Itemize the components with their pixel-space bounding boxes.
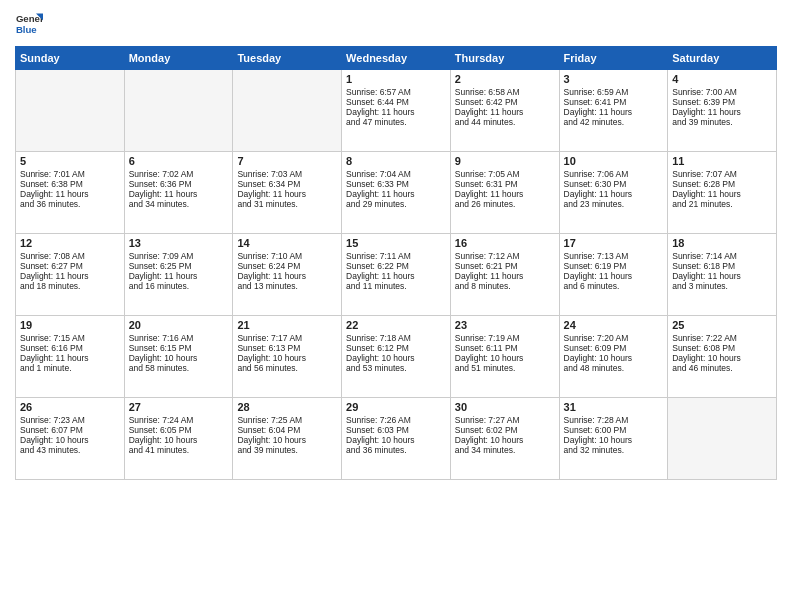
- day-info-line: Sunset: 6:21 PM: [455, 261, 555, 271]
- day-info-line: Daylight: 11 hours: [564, 271, 664, 281]
- day-number: 21: [237, 319, 337, 331]
- day-number: 12: [20, 237, 120, 249]
- day-info-line: Daylight: 10 hours: [237, 435, 337, 445]
- day-info-line: Sunset: 6:44 PM: [346, 97, 446, 107]
- day-info-line: Daylight: 11 hours: [129, 271, 229, 281]
- day-info-line: Sunset: 6:42 PM: [455, 97, 555, 107]
- day-info-line: Sunrise: 7:24 AM: [129, 415, 229, 425]
- day-info-line: Sunrise: 7:23 AM: [20, 415, 120, 425]
- day-info-line: and 26 minutes.: [455, 199, 555, 209]
- logo: General Blue: [15, 10, 43, 38]
- calendar-day-cell: 12Sunrise: 7:08 AMSunset: 6:27 PMDayligh…: [16, 234, 125, 316]
- calendar-day-cell: 22Sunrise: 7:18 AMSunset: 6:12 PMDayligh…: [342, 316, 451, 398]
- day-info-line: Daylight: 10 hours: [237, 353, 337, 363]
- day-info-line: Sunset: 6:11 PM: [455, 343, 555, 353]
- day-info-line: and 3 minutes.: [672, 281, 772, 291]
- day-info-line: Sunrise: 7:06 AM: [564, 169, 664, 179]
- day-info-line: Sunset: 6:36 PM: [129, 179, 229, 189]
- day-info-line: and 34 minutes.: [129, 199, 229, 209]
- day-info-line: and 41 minutes.: [129, 445, 229, 455]
- day-info-line: Sunrise: 6:58 AM: [455, 87, 555, 97]
- day-info-line: Sunrise: 7:27 AM: [455, 415, 555, 425]
- calendar-day-cell: [16, 70, 125, 152]
- day-info-line: Daylight: 11 hours: [564, 107, 664, 117]
- day-info-line: and 36 minutes.: [20, 199, 120, 209]
- day-info-line: Sunset: 6:03 PM: [346, 425, 446, 435]
- day-info-line: Daylight: 10 hours: [346, 353, 446, 363]
- day-info-line: and 39 minutes.: [672, 117, 772, 127]
- calendar-table: SundayMondayTuesdayWednesdayThursdayFrid…: [15, 46, 777, 480]
- day-info-line: and 51 minutes.: [455, 363, 555, 373]
- day-info-line: and 58 minutes.: [129, 363, 229, 373]
- day-info-line: Sunrise: 7:02 AM: [129, 169, 229, 179]
- calendar-header-cell: Thursday: [450, 47, 559, 70]
- day-info-line: Sunset: 6:16 PM: [20, 343, 120, 353]
- calendar-day-cell: 23Sunrise: 7:19 AMSunset: 6:11 PMDayligh…: [450, 316, 559, 398]
- day-number: 15: [346, 237, 446, 249]
- calendar-week-row: 5Sunrise: 7:01 AMSunset: 6:38 PMDaylight…: [16, 152, 777, 234]
- calendar-day-cell: 28Sunrise: 7:25 AMSunset: 6:04 PMDayligh…: [233, 398, 342, 480]
- day-info-line: Sunrise: 7:13 AM: [564, 251, 664, 261]
- day-number: 18: [672, 237, 772, 249]
- day-info-line: Sunset: 6:04 PM: [237, 425, 337, 435]
- day-info-line: Sunrise: 7:08 AM: [20, 251, 120, 261]
- day-info-line: Sunset: 6:22 PM: [346, 261, 446, 271]
- calendar-day-cell: 19Sunrise: 7:15 AMSunset: 6:16 PMDayligh…: [16, 316, 125, 398]
- day-info-line: Daylight: 10 hours: [455, 353, 555, 363]
- day-number: 5: [20, 155, 120, 167]
- day-info-line: and 31 minutes.: [237, 199, 337, 209]
- day-number: 25: [672, 319, 772, 331]
- day-info-line: Sunset: 6:18 PM: [672, 261, 772, 271]
- day-number: 27: [129, 401, 229, 413]
- day-info-line: Sunrise: 7:20 AM: [564, 333, 664, 343]
- calendar-day-cell: [233, 70, 342, 152]
- day-info-line: Daylight: 11 hours: [346, 189, 446, 199]
- calendar-week-row: 12Sunrise: 7:08 AMSunset: 6:27 PMDayligh…: [16, 234, 777, 316]
- calendar-header-cell: Monday: [124, 47, 233, 70]
- calendar-header-cell: Wednesday: [342, 47, 451, 70]
- day-info-line: Sunset: 6:13 PM: [237, 343, 337, 353]
- day-info-line: Daylight: 10 hours: [346, 435, 446, 445]
- day-info-line: and 36 minutes.: [346, 445, 446, 455]
- calendar-day-cell: 13Sunrise: 7:09 AMSunset: 6:25 PMDayligh…: [124, 234, 233, 316]
- day-info-line: and 47 minutes.: [346, 117, 446, 127]
- calendar-day-cell: 2Sunrise: 6:58 AMSunset: 6:42 PMDaylight…: [450, 70, 559, 152]
- day-info-line: Daylight: 11 hours: [20, 189, 120, 199]
- day-info-line: Daylight: 11 hours: [455, 107, 555, 117]
- calendar-day-cell: 9Sunrise: 7:05 AMSunset: 6:31 PMDaylight…: [450, 152, 559, 234]
- calendar-day-cell: [124, 70, 233, 152]
- calendar-day-cell: 4Sunrise: 7:00 AMSunset: 6:39 PMDaylight…: [668, 70, 777, 152]
- day-number: 9: [455, 155, 555, 167]
- day-info-line: Sunrise: 7:18 AM: [346, 333, 446, 343]
- day-info-line: Sunrise: 7:25 AM: [237, 415, 337, 425]
- day-number: 1: [346, 73, 446, 85]
- day-info-line: Daylight: 11 hours: [346, 107, 446, 117]
- day-info-line: and 16 minutes.: [129, 281, 229, 291]
- day-info-line: Sunrise: 7:19 AM: [455, 333, 555, 343]
- calendar-week-row: 19Sunrise: 7:15 AMSunset: 6:16 PMDayligh…: [16, 316, 777, 398]
- day-number: 14: [237, 237, 337, 249]
- calendar-day-cell: 30Sunrise: 7:27 AMSunset: 6:02 PMDayligh…: [450, 398, 559, 480]
- calendar-week-row: 26Sunrise: 7:23 AMSunset: 6:07 PMDayligh…: [16, 398, 777, 480]
- calendar-day-cell: 31Sunrise: 7:28 AMSunset: 6:00 PMDayligh…: [559, 398, 668, 480]
- calendar-body: 1Sunrise: 6:57 AMSunset: 6:44 PMDaylight…: [16, 70, 777, 480]
- day-info-line: Daylight: 11 hours: [564, 189, 664, 199]
- day-info-line: Daylight: 11 hours: [672, 189, 772, 199]
- day-info-line: Daylight: 11 hours: [346, 271, 446, 281]
- day-info-line: Sunset: 6:38 PM: [20, 179, 120, 189]
- calendar-header-row: SundayMondayTuesdayWednesdayThursdayFrid…: [16, 47, 777, 70]
- day-info-line: Sunset: 6:25 PM: [129, 261, 229, 271]
- page-container: General Blue SundayMondayTuesdayWednesda…: [0, 0, 792, 612]
- day-info-line: Sunrise: 7:14 AM: [672, 251, 772, 261]
- calendar-header-cell: Saturday: [668, 47, 777, 70]
- day-info-line: Daylight: 10 hours: [129, 353, 229, 363]
- day-info-line: Sunrise: 7:04 AM: [346, 169, 446, 179]
- day-info-line: Sunset: 6:33 PM: [346, 179, 446, 189]
- page-header: General Blue: [15, 10, 777, 38]
- day-number: 17: [564, 237, 664, 249]
- day-number: 16: [455, 237, 555, 249]
- day-info-line: Sunset: 6:41 PM: [564, 97, 664, 107]
- day-info-line: Sunset: 6:08 PM: [672, 343, 772, 353]
- day-info-line: Daylight: 11 hours: [455, 271, 555, 281]
- day-info-line: and 29 minutes.: [346, 199, 446, 209]
